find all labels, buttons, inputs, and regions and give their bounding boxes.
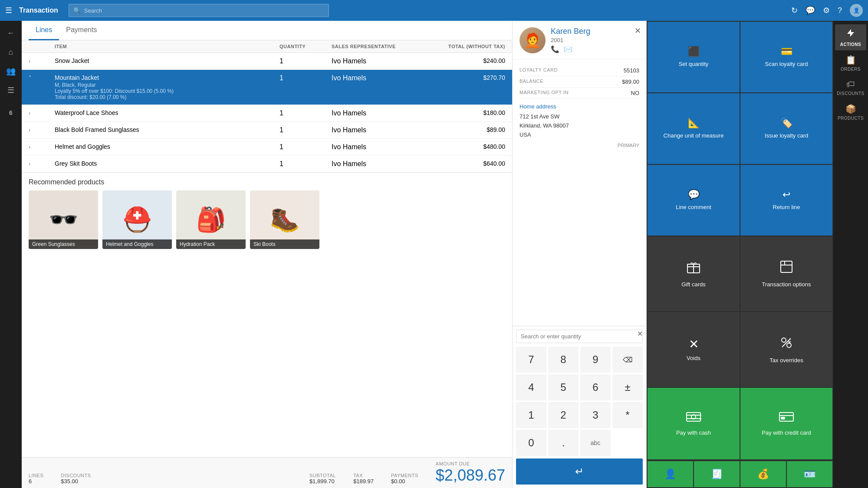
settings-icon[interactable]: ⚙ [823, 6, 830, 15]
pay-credit-button[interactable]: Pay with credit card [740, 388, 832, 459]
left-sidebar: ← ⌂ 👥 ☰ 6 [0, 21, 22, 488]
table-row[interactable]: › Snow Jacket 1 Ivo Hamels $240.00 [22, 53, 512, 70]
product-card-helmet[interactable]: ⛑️ Helmet and Goggles [102, 190, 172, 249]
numpad-6[interactable]: 6 [580, 374, 611, 400]
row-total: $640.00 [418, 160, 505, 167]
numpad-8[interactable]: 8 [548, 347, 579, 373]
footer-lines: LINES 6 [29, 473, 43, 485]
avatar[interactable]: 👤 [850, 4, 863, 17]
tax-overrides-button[interactable]: Tax overrides [740, 312, 832, 387]
tax-overrides-icon [779, 335, 794, 354]
search-bar[interactable]: 🔍 [69, 4, 329, 17]
row-rep: Ivo Hamels [332, 160, 418, 168]
sidebar-item-menu[interactable]: ☰ [2, 82, 20, 99]
voids-button[interactable]: ✕ Voids [648, 312, 740, 387]
numpad-2[interactable]: 2 [548, 402, 579, 428]
sidebar-item-back[interactable]: ← [2, 24, 20, 42]
row-quantity: 1 [279, 143, 332, 151]
table-row[interactable]: ˄ Mountain Jacket M, Black, Regular Loya… [22, 70, 512, 105]
numpad-plusminus[interactable]: ± [612, 374, 643, 400]
sidebar-item-actions[interactable]: ACTIONS [835, 24, 866, 50]
search-quantity-input[interactable] [516, 330, 643, 343]
numpad-dot[interactable]: . [548, 430, 579, 456]
product-card-hydration[interactable]: 🎒 Hydration Pack [176, 190, 246, 249]
sidebar-item-products[interactable]: 📦 PRODUCTS [835, 100, 866, 124]
numpad-abc[interactable]: abc [580, 430, 611, 456]
table-row[interactable]: › Grey Skit Boots 1 Ivo Hamels $640.00 [22, 156, 512, 173]
amount-due: AMOUNT DUE $2,089.67 [436, 461, 505, 485]
sidebar-item-orders[interactable]: 📋 ORDERS [835, 51, 866, 75]
bottom-action-icons: 👤 🧾 💰 🪪 [647, 460, 833, 488]
close-numpad-button[interactable]: ✕ [637, 330, 643, 338]
product-card-boots[interactable]: 🥾 Ski Boots [250, 190, 319, 249]
products-row: 🕶️ Green Sunglasses ⛑️ Helmet and Goggle… [29, 190, 505, 249]
help-icon[interactable]: ? [838, 6, 842, 15]
row-item: Grey Skit Boots [55, 160, 279, 167]
numpad-1[interactable]: 1 [516, 402, 546, 428]
numpad-backspace[interactable]: ⌫ [612, 347, 643, 373]
footer-subtotal: SUBTOTAL $1,899.70 [309, 473, 336, 485]
transaction-options-label: Transaction options [762, 281, 811, 288]
tab-payments[interactable]: Payments [59, 21, 104, 40]
product-card-sunglasses[interactable]: 🕶️ Green Sunglasses [29, 190, 98, 249]
gift-cards-button[interactable]: Gift cards [648, 236, 740, 311]
issue-loyalty-card-button[interactable]: 🏷️ Issue loyalty card [740, 93, 832, 164]
tab-lines[interactable]: Lines [29, 21, 59, 40]
footer-tax: TAX $189.97 [353, 473, 374, 485]
phone-icon[interactable]: 📞 [551, 45, 559, 53]
transaction-options-button[interactable]: Transaction options [740, 236, 832, 311]
numpad-asterisk[interactable]: * [612, 402, 643, 428]
customer-icon-button[interactable]: 👤 [648, 461, 693, 487]
customer-info: Karen Berg 2001 📞 ✉️ [551, 27, 590, 53]
numpad-5[interactable]: 5 [548, 374, 579, 400]
row-item: Waterproof Lace Shoes [55, 109, 279, 116]
lines-section: › Snow Jacket 1 Ivo Hamels $240.00 ˄ Mou… [22, 53, 512, 457]
return-line-button[interactable]: ↩ Return line [740, 165, 832, 236]
row-chevron: › [29, 58, 55, 64]
right-action-panel: ⬛ Set quantity 💳 Scan loyalty card 📐 Cha… [647, 21, 833, 488]
customer-small-icon: 👤 [664, 468, 676, 480]
numpad: 7 8 9 ⌫ 4 5 6 ± 1 2 3 * 0 . abc [516, 347, 643, 456]
svg-point-6 [782, 338, 786, 342]
table-row[interactable]: › Helmet and Goggles 1 Ivo Hamels $480.0… [22, 139, 512, 156]
sidebar-item-home[interactable]: ⌂ [2, 43, 20, 61]
loyalty-card-row: LOYALTY CARD 55103 [519, 65, 639, 76]
row-item: Black Bold Framed Sunglasses [55, 126, 279, 133]
numpad-4[interactable]: 4 [516, 374, 546, 400]
chat-icon[interactable]: 💬 [806, 6, 815, 15]
numpad-enter[interactable]: ↵ [516, 459, 643, 485]
numpad-7[interactable]: 7 [516, 347, 546, 373]
numpad-section: ✕ 7 8 9 ⌫ 4 5 6 ± 1 2 3 * 0 . abc [513, 326, 646, 488]
table-row[interactable]: › Black Bold Framed Sunglasses 1 Ivo Ham… [22, 122, 512, 139]
hamburger-icon[interactable]: ☰ [5, 6, 12, 15]
transaction-area: Lines Payments ITEM QUANTITY SALES REPRE… [22, 21, 512, 488]
row-total: $180.00 [418, 109, 505, 116]
scan-loyalty-card-button[interactable]: 💳 Scan loyalty card [740, 22, 832, 92]
sidebar-item-customers[interactable]: 👥 [2, 62, 20, 80]
line-comment-button[interactable]: 💬 Line comment [648, 165, 740, 236]
pay-cash-button[interactable]: Pay with cash [648, 388, 740, 459]
wallet-icon-button[interactable]: 💰 [740, 461, 786, 487]
hydration-label: Hydration Pack [176, 239, 246, 249]
customer-id: 2001 [551, 37, 590, 43]
search-input[interactable] [84, 7, 324, 14]
refresh-icon[interactable]: ↻ [791, 6, 798, 15]
change-unit-button[interactable]: 📐 Change unit of measure [648, 93, 740, 164]
home-address-link[interactable]: Home address [519, 103, 639, 110]
email-icon[interactable]: ✉️ [564, 45, 572, 53]
set-quantity-label: Set quantity [679, 61, 709, 68]
id-icon-button[interactable]: 🪪 [787, 461, 832, 487]
close-customer-button[interactable]: ✕ [635, 26, 641, 36]
receipt-icon-button[interactable]: 🧾 [694, 461, 740, 487]
numpad-0[interactable]: 0 [516, 430, 546, 456]
numpad-9[interactable]: 9 [580, 347, 611, 373]
table-row[interactable]: › Waterproof Lace Shoes 1 Ivo Hamels $18… [22, 105, 512, 122]
change-unit-label: Change unit of measure [664, 132, 724, 140]
numpad-3[interactable]: 3 [580, 402, 611, 428]
set-quantity-button[interactable]: ⬛ Set quantity [648, 22, 740, 92]
right-buttons-grid: ⬛ Set quantity 💳 Scan loyalty card 📐 Cha… [647, 21, 833, 460]
svg-rect-9 [687, 413, 700, 421]
primary-badge: PRIMARY [519, 143, 639, 148]
col-quantity: QUANTITY [279, 44, 332, 49]
sidebar-item-discounts[interactable]: 🏷 DISCOUNTS [835, 76, 866, 99]
